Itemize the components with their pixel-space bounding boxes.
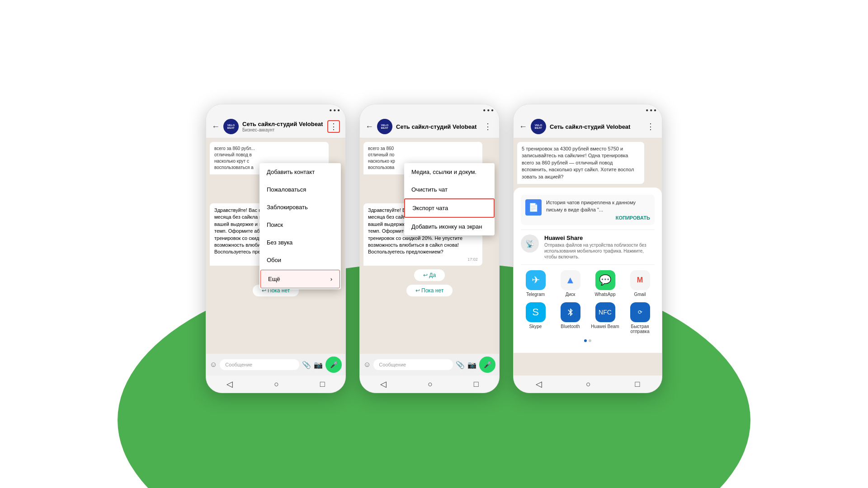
huawei-beam-icon: NFC	[595, 302, 615, 322]
back-button-2[interactable]: ←	[365, 122, 373, 131]
telegram-label: Telegram	[526, 292, 545, 297]
nav-recent-2[interactable]: □	[474, 380, 479, 389]
more-button-3[interactable]: ⋮	[645, 121, 656, 132]
emoji-icon-2[interactable]: ☺	[363, 361, 371, 369]
promo-message-3: 5 тренировок за 4300 рублей вместо 5750 …	[517, 142, 644, 184]
huawei-share-section: 📡 Huawei Share Отправка файлов на устрой…	[521, 230, 655, 265]
nav-back-1[interactable]: ◁	[226, 379, 233, 389]
menu-wallpaper[interactable]: Обои	[259, 251, 341, 269]
pinned-section: 📄 История чатов прикреплена к данному пи…	[521, 195, 655, 225]
avatar-2: VELOBEAT	[377, 119, 392, 134]
nav-bar-1: ◁ ○ □	[206, 375, 345, 393]
more-button-2[interactable]: ⋮	[482, 121, 494, 132]
copy-button[interactable]: КОПИРОВАТЬ	[546, 215, 650, 221]
chat-input-1: ☺ Сообщение 📎 📷 🎤	[206, 354, 345, 375]
nav-recent-3[interactable]: □	[635, 380, 640, 389]
nav-back-3[interactable]: ◁	[536, 379, 542, 389]
menu-clear-chat[interactable]: Очистить чат	[404, 181, 495, 198]
whatsapp-label: WhatsApp	[594, 292, 615, 297]
apps-row-1: ✈ Telegram ▲ Диск 💬 WhatsApp M Gmail	[521, 270, 655, 297]
menu-export-chat[interactable]: Экспорт чата	[404, 198, 495, 218]
attach-icon-2[interactable]: 📎	[456, 361, 465, 369]
fast-share-icon: ⟳	[630, 302, 650, 322]
chat-body-2: всего за 860отличный понасколько крвоспо…	[360, 138, 499, 354]
menu-report[interactable]: Пожаловаться	[259, 181, 341, 198]
drive-label: Диск	[566, 292, 576, 297]
menu-mute[interactable]: Без звука	[259, 234, 341, 251]
chat-title-3: Сеть сайкл-студий Velobeat	[550, 123, 645, 130]
chat-subtitle-1: Бизнес-аккаунт	[242, 127, 327, 132]
camera-icon-2[interactable]: 📷	[467, 361, 476, 369]
share-sheet-3: 📄 История чатов прикреплена к данному пи…	[514, 188, 662, 353]
drive-icon: ▲	[561, 270, 580, 290]
phone-3: ● ● ● ← VELOBEAT Сеть сайкл-студий Velob…	[513, 104, 662, 393]
pinned-text: История чатов прикреплена к данному пись…	[546, 199, 650, 213]
chat-body-3: 5 тренировок за 4300 рублей вместо 5750 …	[514, 138, 662, 375]
chat-title-1: Сеть сайкл-студий Velobeat	[242, 121, 327, 127]
skype-label: Skype	[529, 324, 542, 329]
camera-icon-1[interactable]: 📷	[314, 361, 323, 369]
bluetooth-label: Bluetooth	[561, 324, 580, 329]
dropdown-menu-2: Медиа, ссылки и докум. Очистить чат Эксп…	[404, 163, 495, 235]
chat-body-1: всего за 860 рубл...отличный повод внаск…	[206, 138, 345, 354]
header-info-1: Сеть сайкл-студий Velobeat Бизнес-аккаун…	[242, 121, 327, 132]
nav-home-2[interactable]: ○	[428, 380, 433, 389]
menu-add-contact[interactable]: Добавить контакт	[259, 163, 341, 181]
mic-button-2[interactable]: 🎤	[479, 357, 495, 373]
huawei-title: Huawei Share	[544, 235, 655, 241]
menu-media[interactable]: Медиа, ссылки и докум.	[404, 163, 495, 181]
menu-search[interactable]: Поиск	[259, 216, 341, 234]
chat-header-2: ← VELOBEAT Сеть сайкл-студий Velobeat ⋮	[360, 115, 499, 138]
huawei-icon: 📡	[521, 235, 539, 253]
chat-header-3: ← VELOBEAT Сеть сайкл-студий Velobeat ⋮	[514, 115, 662, 138]
avatar-1: VELOBEAT	[223, 119, 239, 134]
apps-row-2: S Skype Bluetooth NFC Huawei Beam	[521, 302, 655, 334]
nav-recent-1[interactable]: □	[320, 380, 325, 389]
mic-button-1[interactable]: 🎤	[326, 357, 342, 373]
more-button-1[interactable]: ⋮	[327, 120, 340, 133]
message-field-2[interactable]: Сообщение	[373, 359, 453, 370]
menu-more[interactable]: Ещё ›	[260, 270, 340, 288]
chat-title-2: Сеть сайкл-студий Velobeat	[396, 123, 482, 130]
huawei-desc: Отправка файлов на устройства поблизости…	[544, 242, 655, 260]
header-info-3: Сеть сайкл-студий Velobeat	[550, 123, 645, 130]
nav-home-1[interactable]: ○	[274, 380, 279, 389]
header-info-2: Сеть сайкл-студий Velobeat	[396, 123, 482, 130]
app-fast-share[interactable]: ⟳ Быстрая отправка	[625, 302, 655, 334]
bluetooth-icon	[561, 302, 580, 322]
status-bar-2: ● ● ●	[360, 104, 499, 115]
fast-share-label: Быстрая отправка	[625, 324, 655, 334]
back-button-3[interactable]: ←	[519, 122, 527, 131]
nav-bar-2: ◁ ○ □	[360, 375, 499, 393]
app-telegram[interactable]: ✈ Telegram	[521, 270, 550, 297]
doc-icon: 📄	[525, 199, 542, 216]
menu-add-icon[interactable]: Добавить иконку на экран	[404, 218, 495, 235]
menu-block[interactable]: Заблокировать	[259, 198, 341, 216]
dot-2	[589, 339, 591, 342]
app-drive[interactable]: ▲ Диск	[556, 270, 585, 297]
nav-home-3[interactable]: ○	[586, 380, 591, 389]
app-whatsapp[interactable]: 💬 WhatsApp	[590, 270, 620, 297]
gmail-icon: M	[630, 270, 650, 290]
message-field-1[interactable]: Сообщение	[220, 359, 299, 370]
back-button-1[interactable]: ←	[212, 122, 220, 131]
dot-1	[584, 339, 587, 342]
chat-header-1: ← VELOBEAT Сеть сайкл-студий Velobeat Би…	[206, 115, 345, 138]
emoji-icon-1[interactable]: ☺	[210, 361, 217, 369]
reply-no-2[interactable]: ↩ Пока нет	[406, 285, 453, 296]
status-bar-1: ● ● ●	[206, 104, 345, 115]
phones-container: ● ● ● ← VELOBEAT Сеть сайкл-студий Velob…	[206, 104, 662, 393]
skype-icon: S	[526, 302, 546, 322]
app-huawei-beam[interactable]: NFC Huawei Beam	[590, 302, 620, 334]
app-skype[interactable]: S Skype	[521, 302, 550, 334]
huawei-beam-label: Huawei Beam	[591, 324, 619, 329]
chat-input-2: ☺ Сообщение 📎 📷 🎤	[360, 354, 499, 375]
nav-back-2[interactable]: ◁	[380, 379, 387, 389]
reply-yes-2[interactable]: ↩ Да	[414, 269, 445, 281]
app-bluetooth[interactable]: Bluetooth	[556, 302, 585, 334]
pagination-dots	[521, 339, 655, 342]
app-gmail[interactable]: M Gmail	[625, 270, 655, 297]
status-bar-3: ● ● ●	[514, 104, 662, 115]
attach-icon-1[interactable]: 📎	[302, 361, 311, 369]
dropdown-menu-1: Добавить контакт Пожаловаться Заблокиров…	[259, 163, 341, 289]
